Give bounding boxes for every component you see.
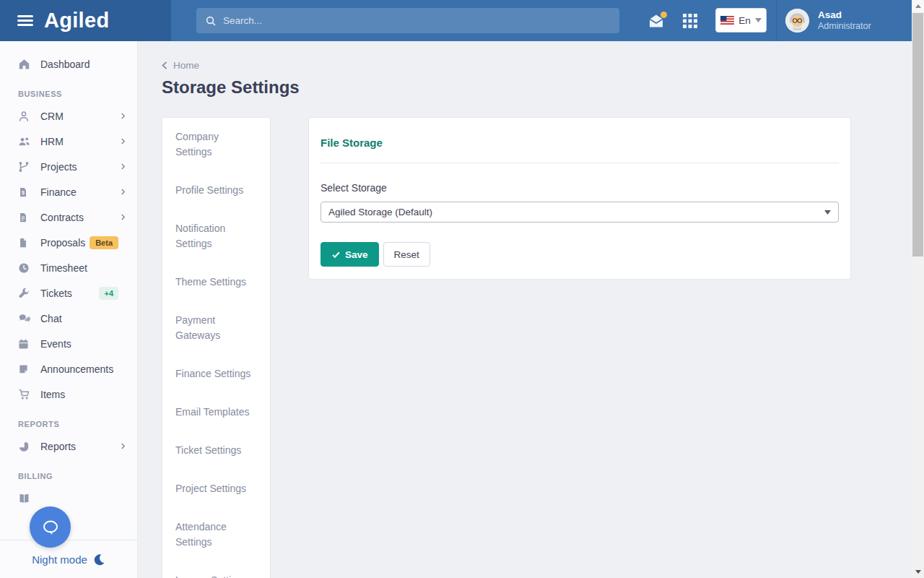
sidebar-item-tickets[interactable]: Tickets +4 [0,280,137,306]
sidebar-item-hrm[interactable]: HRM [0,129,137,154]
save-button[interactable]: Save [321,242,379,267]
sidebar-item-contracts[interactable]: Contracts [0,204,137,230]
night-mode-toggle[interactable]: Night mode [0,540,137,578]
pie-chart-icon [18,441,31,452]
sidebar-section-reports: REPORTS [0,420,137,428]
language-label: En [738,15,751,26]
scrollbar-thumb[interactable] [912,13,923,256]
us-flag-icon [720,16,734,25]
night-mode-label: Night mode [32,553,87,566]
chat-bubble-icon [41,519,60,536]
settings-nav-payment[interactable]: Payment Gateways [162,301,270,355]
tickets-count-badge: +4 [99,287,118,300]
card-heading: File Storage [321,137,839,149]
cart-icon [18,389,31,400]
topbar: Agiled En [0,0,924,41]
settings-nav-project[interactable]: Project Settings [162,470,270,508]
topbar-divider [776,0,777,41]
chevron-right-icon [119,163,127,171]
sidebar-item-dashboard[interactable]: Dashboard [0,51,137,77]
apps-grid-icon [683,14,697,28]
topbar-brand-area: Agiled [0,0,171,41]
user-icon [18,111,31,122]
calendar-icon [18,338,31,350]
chevron-right-icon [119,112,127,120]
notification-dot [661,12,667,18]
beta-badge: Beta [90,236,118,249]
global-search[interactable] [196,8,619,33]
scroll-up-button[interactable] [912,0,924,12]
settings-nav-email[interactable]: Email Templates [162,393,270,431]
clock-icon [18,262,31,274]
sidebar-item-announcements[interactable]: Announcements [0,356,137,381]
chevron-right-icon [119,442,127,450]
apps-grid-button[interactable] [677,0,703,41]
caret-down-icon [824,210,831,215]
sidebar-item-billing[interactable] [0,486,137,511]
chevron-right-icon [119,188,127,196]
settings-nav-attendance[interactable]: Attendance Settings [162,508,270,561]
avatar [785,9,809,33]
file-icon [18,237,31,249]
note-icon [18,363,31,375]
settings-nav-leaves[interactable]: Leaves Settings [162,561,270,578]
user-name: Asad [818,9,871,21]
user-menu[interactable]: Asad Administrator [785,0,871,41]
support-chat-widget[interactable] [30,506,71,548]
check-icon [331,250,341,259]
card-divider [321,163,839,163]
main-content: Home Storage Settings Company Settings P… [138,41,912,578]
sidebar-item-projects[interactable]: Projects [0,154,137,179]
moon-icon [93,553,105,566]
sidebar-item-finance[interactable]: $ Finance [0,179,137,204]
file-storage-card: File Storage Select Storage Agiled Stora… [308,117,851,280]
branch-icon [18,161,31,173]
page-title: Storage Settings [162,77,912,98]
scroll-down-button[interactable] [912,566,924,578]
sidebar-item-crm[interactable]: CRM [0,103,137,129]
settings-nav-company[interactable]: Company Settings [162,118,270,171]
book-icon [18,493,31,504]
sidebar-item-items[interactable]: Items [0,381,137,407]
users-icon [18,136,31,147]
menu-icon[interactable] [17,12,33,28]
chevron-left-icon [162,61,167,69]
search-input[interactable] [223,15,611,26]
sidebar-item-proposals[interactable]: Proposals Beta [0,230,137,255]
invoice-icon: $ [18,186,31,198]
language-selector[interactable]: En [715,8,767,33]
sidebar-item-events[interactable]: Events [0,331,137,356]
contract-icon [18,212,31,223]
user-role: Administrator [818,21,871,32]
chat-icon [18,313,31,324]
sidebar-item-reports[interactable]: Reports [0,434,137,459]
sidebar-section-business: BUSINESS [0,90,137,98]
wrench-icon [18,288,31,299]
settings-nav-profile[interactable]: Profile Settings [162,171,270,210]
home-icon [18,59,31,70]
app-logo[interactable]: Agiled [44,9,109,33]
settings-nav: Company Settings Profile Settings Notifi… [162,117,271,578]
breadcrumb[interactable]: Home [162,60,912,71]
sidebar-item-chat[interactable]: Chat [0,306,137,331]
storage-select[interactable]: Agiled Storage (Default) [321,202,839,223]
caret-down-icon [755,18,762,22]
settings-nav-finance[interactable]: Finance Settings [162,355,270,393]
mail-button[interactable] [642,0,670,41]
svg-text:$: $ [22,190,25,196]
sidebar-section-billing: BILLING [0,472,137,480]
settings-nav-ticket[interactable]: Ticket Settings [162,431,270,470]
storage-select-value: Agiled Storage (Default) [328,207,824,217]
sidebar: Dashboard BUSINESS CRM HRM Projects [0,41,138,578]
chevron-right-icon [119,213,127,221]
chevron-right-icon [119,137,127,145]
search-icon [205,15,217,27]
settings-nav-theme[interactable]: Theme Settings [162,263,270,301]
settings-nav-notification[interactable]: Notification Settings [162,210,270,263]
sidebar-item-timesheet[interactable]: Timesheet [0,255,137,280]
page-scrollbar [912,0,924,578]
reset-button[interactable]: Reset [383,242,430,267]
select-storage-label: Select Storage [321,182,839,194]
breadcrumb-home[interactable]: Home [173,60,199,71]
